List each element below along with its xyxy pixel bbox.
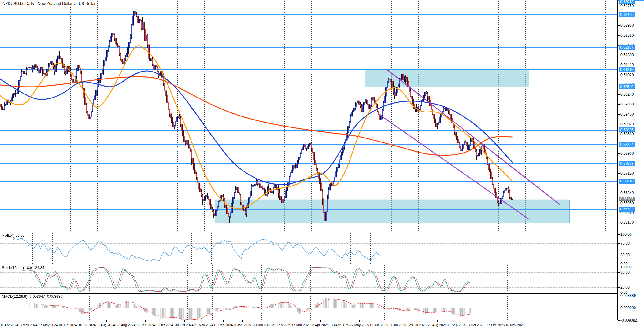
stoch-tick-label: 20.00 xyxy=(620,285,630,289)
date-label: 13 Jun 2025 xyxy=(369,323,388,327)
rsi-tick-label-tick xyxy=(618,255,620,255)
date-label: 13 Dec 2024 xyxy=(214,323,233,327)
price-tick-label-tick xyxy=(618,94,620,95)
price-tick-label-tick xyxy=(618,55,620,55)
level-price-badge: 0.58254 xyxy=(619,142,635,147)
date-label: 29 Jul 2025 xyxy=(409,323,427,327)
level-price-badge: 0.60540 xyxy=(619,84,635,89)
date-tick xyxy=(437,320,438,322)
price-tick-label-tick xyxy=(618,134,620,134)
stoch-tick-label-tick xyxy=(618,267,620,267)
stoch-tick-label-tick xyxy=(618,287,620,288)
date-tick xyxy=(9,320,9,322)
date-label: 27 Oct 2025 xyxy=(487,323,505,327)
price-tick-label-tick xyxy=(618,213,620,213)
price-tick-label-tick xyxy=(618,124,620,124)
price-tick-label: 0.59070 xyxy=(620,122,634,126)
price-tick-label: 0.57120 xyxy=(620,171,634,175)
date-tick xyxy=(29,320,29,322)
date-tick xyxy=(87,320,87,322)
macd-tick-label: 0.008889 xyxy=(620,293,636,298)
date-label: 11 Sep 2025 xyxy=(447,323,466,327)
date-label: 27 May 2024 xyxy=(38,323,58,327)
date-label: 18 Jun 2024 xyxy=(58,323,77,327)
date-tick xyxy=(457,320,457,322)
price-tick-label-tick xyxy=(618,114,620,115)
date-label: 16 Sep 2024 xyxy=(136,323,155,327)
price-tick-label: 0.61410 xyxy=(620,63,634,67)
date-tick xyxy=(496,320,496,322)
date-label: 30 Oct 2024 xyxy=(175,323,194,327)
date-label: 21 Nov 2024 xyxy=(194,323,213,327)
price-tick-label: 0.62970 xyxy=(620,23,634,28)
price-tick-label: 0.57900 xyxy=(620,151,634,156)
rsi-tick-label-tick xyxy=(618,264,620,264)
date-label: 30 Apr 2025 xyxy=(331,323,349,327)
price-tick-label-tick xyxy=(618,173,620,174)
date-tick xyxy=(242,320,243,322)
price-tick-label-tick xyxy=(618,203,620,203)
level-price-badge: 0.55702 xyxy=(619,207,635,212)
chart-title: NZDUSD.fx, Daily: New Zealand Dollar vs … xyxy=(2,1,97,6)
price-tick-label-tick xyxy=(618,75,620,75)
date-label: 17 Mar 2025 xyxy=(291,323,310,327)
trading-chart-window: { "header": { "title": "NZDUSD.fx, Daily… xyxy=(0,0,644,328)
price-tick-label: 0.59850 xyxy=(620,102,634,106)
rsi-tick-label: 70.00 xyxy=(620,241,630,245)
date-label: 22 May 2025 xyxy=(350,323,369,327)
macd-tick-label-tick xyxy=(618,320,620,321)
date-label: 10 Jul 2024 xyxy=(78,323,96,327)
chart-canvas[interactable] xyxy=(0,0,618,320)
price-tick-label: 0.56340 xyxy=(620,191,634,195)
macd-label: MACD(12,26,9) -0.003647 -0.003680 xyxy=(1,294,63,299)
price-tick-label-tick xyxy=(618,35,620,36)
date-label: 3 Oct 2025 xyxy=(468,323,484,327)
price-tick-label-tick xyxy=(618,25,620,26)
date-label: 21 Feb 2025 xyxy=(272,323,291,327)
price-tick-label: 0.55170 xyxy=(620,220,634,225)
date-tick xyxy=(48,320,48,322)
rsi-tick-label-tick xyxy=(618,234,620,235)
price-tick-label: 0.61020 xyxy=(620,73,634,77)
price-tick-label-tick xyxy=(618,104,620,105)
price-tick-label-tick xyxy=(618,223,620,223)
price-tick-label-tick xyxy=(618,6,620,6)
level-price-badge: 0.62107 xyxy=(619,45,635,50)
date-label: 30 Jan 2025 xyxy=(253,323,272,327)
date-label: 7 Jul 2025 xyxy=(390,323,406,327)
level-price-badge: 0.56810 xyxy=(619,179,635,184)
price-tick-label: 0.59460 xyxy=(620,112,634,116)
level-price-badge: 0.61219 xyxy=(619,67,635,72)
date-tick xyxy=(398,320,398,322)
level-price-badge: 0.58835 xyxy=(619,127,635,132)
date-label: 8 Jan 2025 xyxy=(234,323,251,327)
price-tick-label: 0.63750 xyxy=(620,4,634,8)
rsi-tick-label-tick xyxy=(618,243,620,244)
price-tick-label-tick xyxy=(618,65,620,65)
date-tick xyxy=(223,320,224,322)
rsi-tick-label: 30.00 xyxy=(620,253,630,257)
macd-tick-label-tick xyxy=(618,308,620,308)
price-tick-label: 0.62580 xyxy=(620,33,634,38)
date-tick xyxy=(476,320,476,322)
date-label: 1 Aug 2024 xyxy=(98,323,115,327)
date-tick xyxy=(145,320,146,322)
macd-tick-label-tick xyxy=(618,296,620,296)
stoch-tick-label-tick xyxy=(618,272,620,273)
date-label: 11 Apr 2024 xyxy=(0,323,18,327)
date-label: 3 May 2024 xyxy=(20,323,37,327)
date-tick xyxy=(204,320,204,322)
level-price-badge: 0.63913 xyxy=(619,0,635,4)
date-tick xyxy=(165,320,165,322)
stoch-tick-label: 100.00 xyxy=(620,265,632,269)
date-tick xyxy=(126,320,126,322)
current-price-badge: 0.56105 xyxy=(619,197,635,201)
date-tick xyxy=(379,320,379,322)
date-tick xyxy=(301,320,301,322)
date-tick xyxy=(359,320,360,322)
price-tick-label-tick xyxy=(618,193,620,193)
price-tick-label: 0.60240 xyxy=(620,92,634,97)
date-label: 8 Oct 2024 xyxy=(157,323,173,327)
price-axis[interactable]: 0.637500.633600.629700.625800.621900.618… xyxy=(618,0,644,328)
rsi-tick-label: 100.00 xyxy=(620,232,632,237)
